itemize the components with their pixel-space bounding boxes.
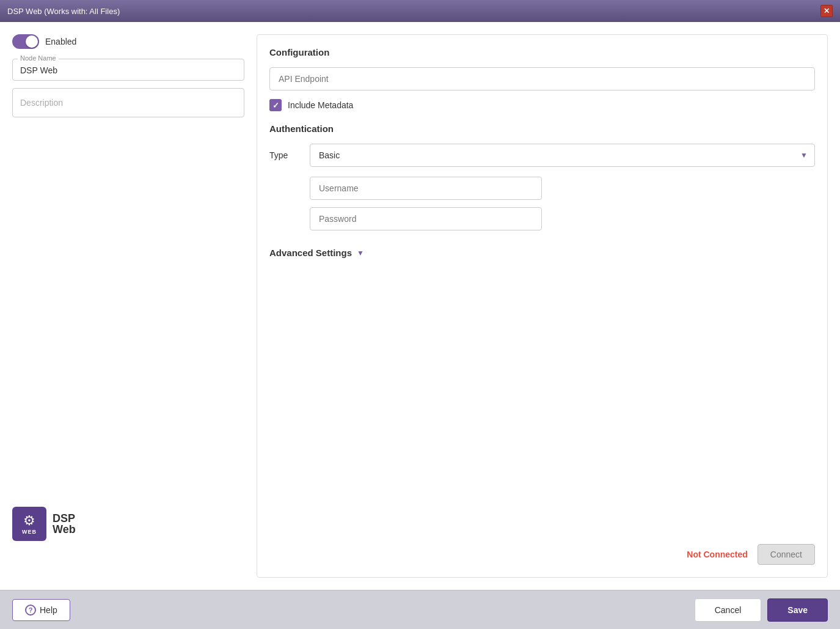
logo-dsp-text: DSP <box>53 513 76 524</box>
username-input[interactable] <box>310 177 542 200</box>
advanced-settings-row[interactable]: Advanced Settings ▼ <box>269 248 815 258</box>
enabled-toggle[interactable] <box>12 34 39 49</box>
window-title: DSP Web (Works with: All Files) <box>7 7 120 16</box>
right-panel: Configuration Include Metadata Authentic… <box>257 34 828 578</box>
description-field[interactable]: Description <box>12 88 244 117</box>
logo-name: DSP Web <box>53 513 76 535</box>
node-name-field: Node Name DSP Web <box>12 59 244 81</box>
spacer <box>269 270 815 532</box>
title-bar: DSP Web (Works with: All Files) ✕ <box>0 0 840 22</box>
node-name-label: Node Name <box>18 54 59 62</box>
password-input[interactable] <box>310 207 542 230</box>
toggle-label: Enabled <box>45 37 76 46</box>
logo-area: ⚙ WEB DSP Web <box>12 507 76 541</box>
connection-row: Not Connected Connect <box>269 532 815 565</box>
close-button[interactable]: ✕ <box>820 5 833 17</box>
save-button[interactable]: Save <box>767 598 828 622</box>
include-metadata-row[interactable]: Include Metadata <box>269 99 815 111</box>
auth-type-label: Type <box>269 150 300 160</box>
auth-type-row: Type Basic Bearer Token API Key None ▼ <box>269 144 815 167</box>
toggle-row: Enabled <box>12 34 244 49</box>
connection-status-text: Not Connected <box>687 550 748 559</box>
api-endpoint-input[interactable] <box>269 67 815 90</box>
connect-button[interactable]: Connect <box>758 544 815 565</box>
footer-right-buttons: Cancel Save <box>695 598 828 622</box>
left-panel: Enabled Node Name DSP Web Description ⚙ … <box>12 34 244 578</box>
include-metadata-checkbox[interactable] <box>269 99 282 111</box>
authentication-title: Authentication <box>269 123 815 134</box>
node-name-value[interactable]: DSP Web <box>20 64 236 75</box>
include-metadata-label: Include Metadata <box>288 100 353 110</box>
footer: ? Help Cancel Save <box>0 590 840 629</box>
logo-gears-icon: ⚙ <box>23 513 35 529</box>
cancel-button[interactable]: Cancel <box>695 598 762 622</box>
help-button[interactable]: ? Help <box>12 599 70 621</box>
help-icon: ? <box>25 605 36 616</box>
configuration-title: Configuration <box>269 47 815 57</box>
logo-web-text: WEB <box>22 529 37 535</box>
chevron-down-icon: ▼ <box>357 249 364 257</box>
logo-box: ⚙ WEB <box>12 507 46 541</box>
help-label: Help <box>40 605 57 615</box>
auth-fields <box>310 177 815 238</box>
advanced-settings-label: Advanced Settings <box>269 248 352 258</box>
main-content: Enabled Node Name DSP Web Description ⚙ … <box>0 22 840 590</box>
description-placeholder: Description <box>20 98 63 108</box>
auth-type-select[interactable]: Basic Bearer Token API Key None <box>310 144 815 167</box>
logo-web-label: Web <box>53 524 76 535</box>
auth-type-select-wrapper: Basic Bearer Token API Key None ▼ <box>310 144 815 167</box>
content-wrapper: Enabled Node Name DSP Web Description ⚙ … <box>12 34 828 578</box>
